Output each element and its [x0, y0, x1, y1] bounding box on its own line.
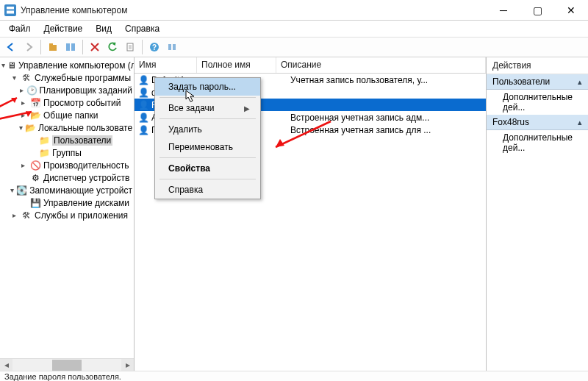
submenu-arrow-icon: ▶: [244, 104, 250, 113]
user-icon: 👤: [137, 124, 149, 136]
actions-more-1[interactable]: Дополнительные дей...: [487, 90, 588, 115]
list-header: Имя Полное имя Описание: [135, 57, 486, 74]
scroll-right-icon[interactable]: ▸: [121, 359, 134, 371]
actions-panel: Действия Пользователи▴ Дополнительные де…: [487, 57, 588, 371]
tree-groups[interactable]: 📁Группы: [0, 146, 134, 159]
tree-devmgr[interactable]: ⚙Диспетчер устройств: [0, 171, 134, 184]
scroll-thumb[interactable]: [52, 360, 82, 371]
tree-events[interactable]: ▸📅Просмотр событий: [0, 96, 134, 109]
view-mode-button[interactable]: [164, 39, 180, 55]
tree-root[interactable]: ▾🖥Управление компьютером (л: [0, 59, 134, 71]
status-bar: Задание пароля пользователя.: [0, 371, 588, 381]
user-icon: 👤: [137, 112, 149, 124]
actions-sec-users[interactable]: Пользователи▴: [487, 74, 588, 90]
menu-view[interactable]: Вид: [90, 22, 118, 35]
collapse-icon: ▴: [578, 118, 582, 127]
tree-panel: ▾🖥Управление компьютером (л ▾🛠Служебные …: [0, 57, 135, 371]
tree-diskmgr[interactable]: 💾Управление дисками: [0, 196, 134, 209]
titlebar: Управление компьютером ─ ▢ ✕: [0, 0, 588, 21]
svg-text:?: ?: [152, 43, 157, 51]
ctx-set-password[interactable]: Задать пароль...: [155, 78, 260, 96]
svg-rect-2: [66, 43, 70, 51]
ctx-delete[interactable]: Удалить: [155, 121, 260, 138]
user-icon: 👤: [137, 99, 149, 111]
window-title: Управление компьютером: [21, 5, 487, 15]
help-button[interactable]: ?: [146, 39, 162, 55]
svg-rect-7: [168, 44, 171, 50]
back-button[interactable]: [3, 39, 19, 55]
tree-sched[interactable]: ▸🕑Планировщик заданий: [0, 84, 134, 96]
tree-perf[interactable]: ▸🚫Производительность: [0, 159, 134, 171]
tree-users[interactable]: 📁Пользователи: [0, 134, 134, 146]
export-button[interactable]: [122, 39, 138, 55]
maximize-button[interactable]: ▢: [520, 0, 554, 21]
col-desc[interactable]: Описание: [276, 57, 486, 73]
menu-file[interactable]: Файл: [3, 22, 37, 35]
app-icon: [4, 4, 16, 16]
forward-button[interactable]: [21, 39, 37, 55]
workspace: ▾🖥Управление компьютером (л ▾🛠Служебные …: [0, 57, 588, 371]
menu-action[interactable]: Действие: [38, 22, 89, 35]
context-menu: Задать пароль... Все задачи▶ Удалить Пер…: [154, 77, 261, 199]
menu-help[interactable]: Справка: [119, 22, 165, 35]
user-icon: 👤: [137, 74, 149, 86]
delete-button[interactable]: [87, 39, 103, 55]
window-buttons: ─ ▢ ✕: [487, 0, 588, 21]
toolbar: ?: [0, 37, 588, 57]
close-button[interactable]: ✕: [554, 0, 588, 21]
ctx-properties[interactable]: Свойства: [155, 160, 260, 177]
svg-rect-1: [49, 43, 53, 46]
refresh-button[interactable]: [104, 39, 121, 55]
ctx-all-tasks[interactable]: Все задачи▶: [155, 99, 260, 117]
tree-services[interactable]: ▸🛠Службы и приложения: [0, 209, 134, 221]
menubar: Файл Действие Вид Справка: [0, 21, 588, 37]
actions-sec-fox[interactable]: Fox48rus▴: [487, 115, 588, 130]
tree-storage[interactable]: ▾💽Запоминающие устройст: [0, 184, 134, 196]
col-fullname[interactable]: Полное имя: [197, 57, 276, 73]
ctx-help[interactable]: Справка: [155, 181, 260, 199]
svg-rect-3: [71, 43, 75, 51]
tree-scrollbar[interactable]: ◂ ▸: [0, 358, 134, 371]
ctx-rename[interactable]: Переименовать: [155, 138, 260, 156]
up-button[interactable]: [45, 39, 61, 55]
collapse-icon: ▴: [578, 77, 582, 87]
actions-more-2[interactable]: Дополнительные дей...: [487, 130, 588, 155]
tree-shares[interactable]: ▸📂Общие папки: [0, 109, 134, 121]
user-icon: 👤: [137, 87, 149, 99]
tree-sys[interactable]: ▾🛠Служебные программы: [0, 71, 134, 84]
tree-local[interactable]: ▾📂Локальные пользовате: [0, 121, 134, 134]
svg-rect-8: [173, 44, 176, 50]
scroll-left-icon[interactable]: ◂: [0, 359, 12, 371]
minimize-button[interactable]: ─: [487, 0, 520, 21]
show-hide-button[interactable]: [62, 39, 79, 55]
col-name[interactable]: Имя: [135, 57, 197, 73]
svg-rect-0: [49, 45, 57, 51]
actions-title: Действия: [487, 57, 588, 74]
